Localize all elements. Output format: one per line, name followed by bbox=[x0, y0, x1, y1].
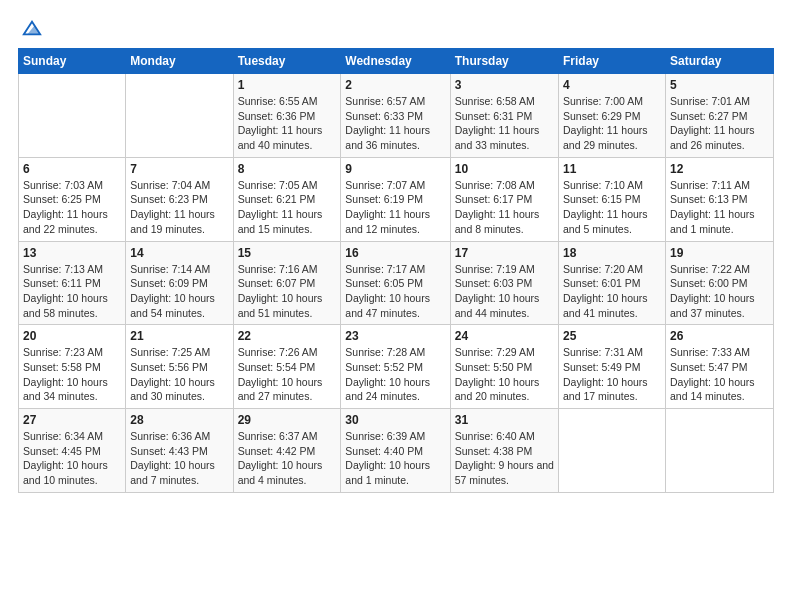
weekday-header-thursday: Thursday bbox=[450, 49, 558, 74]
day-info: Sunrise: 6:40 AMSunset: 4:38 PMDaylight:… bbox=[455, 429, 554, 488]
day-number: 24 bbox=[455, 329, 554, 343]
day-info: Sunrise: 7:20 AMSunset: 6:01 PMDaylight:… bbox=[563, 262, 661, 321]
calendar-cell: 12Sunrise: 7:11 AMSunset: 6:13 PMDayligh… bbox=[665, 157, 773, 241]
day-number: 13 bbox=[23, 246, 121, 260]
calendar-cell: 17Sunrise: 7:19 AMSunset: 6:03 PMDayligh… bbox=[450, 241, 558, 325]
day-number: 4 bbox=[563, 78, 661, 92]
calendar-cell: 22Sunrise: 7:26 AMSunset: 5:54 PMDayligh… bbox=[233, 325, 341, 409]
calendar-cell: 26Sunrise: 7:33 AMSunset: 5:47 PMDayligh… bbox=[665, 325, 773, 409]
day-info: Sunrise: 7:26 AMSunset: 5:54 PMDaylight:… bbox=[238, 345, 337, 404]
calendar-cell: 1Sunrise: 6:55 AMSunset: 6:36 PMDaylight… bbox=[233, 74, 341, 158]
day-number: 15 bbox=[238, 246, 337, 260]
day-info: Sunrise: 7:23 AMSunset: 5:58 PMDaylight:… bbox=[23, 345, 121, 404]
day-number: 16 bbox=[345, 246, 445, 260]
week-row-3: 13Sunrise: 7:13 AMSunset: 6:11 PMDayligh… bbox=[19, 241, 774, 325]
day-number: 27 bbox=[23, 413, 121, 427]
day-info: Sunrise: 7:17 AMSunset: 6:05 PMDaylight:… bbox=[345, 262, 445, 321]
calendar-cell: 6Sunrise: 7:03 AMSunset: 6:25 PMDaylight… bbox=[19, 157, 126, 241]
calendar-cell bbox=[126, 74, 233, 158]
day-info: Sunrise: 7:08 AMSunset: 6:17 PMDaylight:… bbox=[455, 178, 554, 237]
day-info: Sunrise: 6:36 AMSunset: 4:43 PMDaylight:… bbox=[130, 429, 228, 488]
header bbox=[18, 18, 774, 38]
day-info: Sunrise: 6:58 AMSunset: 6:31 PMDaylight:… bbox=[455, 94, 554, 153]
day-number: 2 bbox=[345, 78, 445, 92]
weekday-header-saturday: Saturday bbox=[665, 49, 773, 74]
calendar-cell: 25Sunrise: 7:31 AMSunset: 5:49 PMDayligh… bbox=[558, 325, 665, 409]
day-info: Sunrise: 6:37 AMSunset: 4:42 PMDaylight:… bbox=[238, 429, 337, 488]
day-info: Sunrise: 6:57 AMSunset: 6:33 PMDaylight:… bbox=[345, 94, 445, 153]
day-number: 21 bbox=[130, 329, 228, 343]
calendar-cell: 14Sunrise: 7:14 AMSunset: 6:09 PMDayligh… bbox=[126, 241, 233, 325]
day-number: 3 bbox=[455, 78, 554, 92]
day-number: 29 bbox=[238, 413, 337, 427]
calendar-cell: 9Sunrise: 7:07 AMSunset: 6:19 PMDaylight… bbox=[341, 157, 450, 241]
logo bbox=[18, 18, 42, 38]
day-info: Sunrise: 7:16 AMSunset: 6:07 PMDaylight:… bbox=[238, 262, 337, 321]
day-number: 31 bbox=[455, 413, 554, 427]
calendar-cell: 28Sunrise: 6:36 AMSunset: 4:43 PMDayligh… bbox=[126, 409, 233, 493]
calendar-cell bbox=[19, 74, 126, 158]
day-info: Sunrise: 7:25 AMSunset: 5:56 PMDaylight:… bbox=[130, 345, 228, 404]
day-info: Sunrise: 7:31 AMSunset: 5:49 PMDaylight:… bbox=[563, 345, 661, 404]
day-info: Sunrise: 7:04 AMSunset: 6:23 PMDaylight:… bbox=[130, 178, 228, 237]
day-info: Sunrise: 6:34 AMSunset: 4:45 PMDaylight:… bbox=[23, 429, 121, 488]
day-number: 20 bbox=[23, 329, 121, 343]
day-info: Sunrise: 7:00 AMSunset: 6:29 PMDaylight:… bbox=[563, 94, 661, 153]
calendar-cell: 8Sunrise: 7:05 AMSunset: 6:21 PMDaylight… bbox=[233, 157, 341, 241]
day-number: 10 bbox=[455, 162, 554, 176]
day-number: 14 bbox=[130, 246, 228, 260]
calendar-cell: 27Sunrise: 6:34 AMSunset: 4:45 PMDayligh… bbox=[19, 409, 126, 493]
day-number: 25 bbox=[563, 329, 661, 343]
day-info: Sunrise: 7:14 AMSunset: 6:09 PMDaylight:… bbox=[130, 262, 228, 321]
day-info: Sunrise: 7:03 AMSunset: 6:25 PMDaylight:… bbox=[23, 178, 121, 237]
calendar-cell: 7Sunrise: 7:04 AMSunset: 6:23 PMDaylight… bbox=[126, 157, 233, 241]
day-info: Sunrise: 7:07 AMSunset: 6:19 PMDaylight:… bbox=[345, 178, 445, 237]
calendar-cell: 13Sunrise: 7:13 AMSunset: 6:11 PMDayligh… bbox=[19, 241, 126, 325]
day-info: Sunrise: 7:11 AMSunset: 6:13 PMDaylight:… bbox=[670, 178, 769, 237]
day-number: 5 bbox=[670, 78, 769, 92]
day-info: Sunrise: 7:19 AMSunset: 6:03 PMDaylight:… bbox=[455, 262, 554, 321]
calendar-cell: 31Sunrise: 6:40 AMSunset: 4:38 PMDayligh… bbox=[450, 409, 558, 493]
day-number: 28 bbox=[130, 413, 228, 427]
calendar-cell: 10Sunrise: 7:08 AMSunset: 6:17 PMDayligh… bbox=[450, 157, 558, 241]
week-row-2: 6Sunrise: 7:03 AMSunset: 6:25 PMDaylight… bbox=[19, 157, 774, 241]
day-info: Sunrise: 7:29 AMSunset: 5:50 PMDaylight:… bbox=[455, 345, 554, 404]
day-number: 11 bbox=[563, 162, 661, 176]
calendar-cell: 3Sunrise: 6:58 AMSunset: 6:31 PMDaylight… bbox=[450, 74, 558, 158]
week-row-1: 1Sunrise: 6:55 AMSunset: 6:36 PMDaylight… bbox=[19, 74, 774, 158]
day-info: Sunrise: 6:39 AMSunset: 4:40 PMDaylight:… bbox=[345, 429, 445, 488]
calendar-cell bbox=[665, 409, 773, 493]
day-number: 1 bbox=[238, 78, 337, 92]
day-info: Sunrise: 7:22 AMSunset: 6:00 PMDaylight:… bbox=[670, 262, 769, 321]
day-number: 19 bbox=[670, 246, 769, 260]
calendar-cell: 11Sunrise: 7:10 AMSunset: 6:15 PMDayligh… bbox=[558, 157, 665, 241]
day-number: 26 bbox=[670, 329, 769, 343]
calendar-cell: 18Sunrise: 7:20 AMSunset: 6:01 PMDayligh… bbox=[558, 241, 665, 325]
weekday-header-monday: Monday bbox=[126, 49, 233, 74]
calendar-cell: 16Sunrise: 7:17 AMSunset: 6:05 PMDayligh… bbox=[341, 241, 450, 325]
calendar-cell: 30Sunrise: 6:39 AMSunset: 4:40 PMDayligh… bbox=[341, 409, 450, 493]
calendar-cell: 15Sunrise: 7:16 AMSunset: 6:07 PMDayligh… bbox=[233, 241, 341, 325]
day-number: 30 bbox=[345, 413, 445, 427]
calendar-cell: 19Sunrise: 7:22 AMSunset: 6:00 PMDayligh… bbox=[665, 241, 773, 325]
day-number: 9 bbox=[345, 162, 445, 176]
day-info: Sunrise: 7:33 AMSunset: 5:47 PMDaylight:… bbox=[670, 345, 769, 404]
week-row-5: 27Sunrise: 6:34 AMSunset: 4:45 PMDayligh… bbox=[19, 409, 774, 493]
day-number: 18 bbox=[563, 246, 661, 260]
day-number: 12 bbox=[670, 162, 769, 176]
calendar-cell: 20Sunrise: 7:23 AMSunset: 5:58 PMDayligh… bbox=[19, 325, 126, 409]
calendar-cell: 2Sunrise: 6:57 AMSunset: 6:33 PMDaylight… bbox=[341, 74, 450, 158]
week-row-4: 20Sunrise: 7:23 AMSunset: 5:58 PMDayligh… bbox=[19, 325, 774, 409]
day-number: 7 bbox=[130, 162, 228, 176]
day-number: 8 bbox=[238, 162, 337, 176]
day-info: Sunrise: 7:28 AMSunset: 5:52 PMDaylight:… bbox=[345, 345, 445, 404]
weekday-header-row: SundayMondayTuesdayWednesdayThursdayFrid… bbox=[19, 49, 774, 74]
calendar-cell: 5Sunrise: 7:01 AMSunset: 6:27 PMDaylight… bbox=[665, 74, 773, 158]
weekday-header-tuesday: Tuesday bbox=[233, 49, 341, 74]
day-number: 17 bbox=[455, 246, 554, 260]
logo-icon bbox=[22, 18, 42, 38]
day-info: Sunrise: 7:13 AMSunset: 6:11 PMDaylight:… bbox=[23, 262, 121, 321]
day-info: Sunrise: 7:05 AMSunset: 6:21 PMDaylight:… bbox=[238, 178, 337, 237]
calendar-cell: 29Sunrise: 6:37 AMSunset: 4:42 PMDayligh… bbox=[233, 409, 341, 493]
day-number: 23 bbox=[345, 329, 445, 343]
